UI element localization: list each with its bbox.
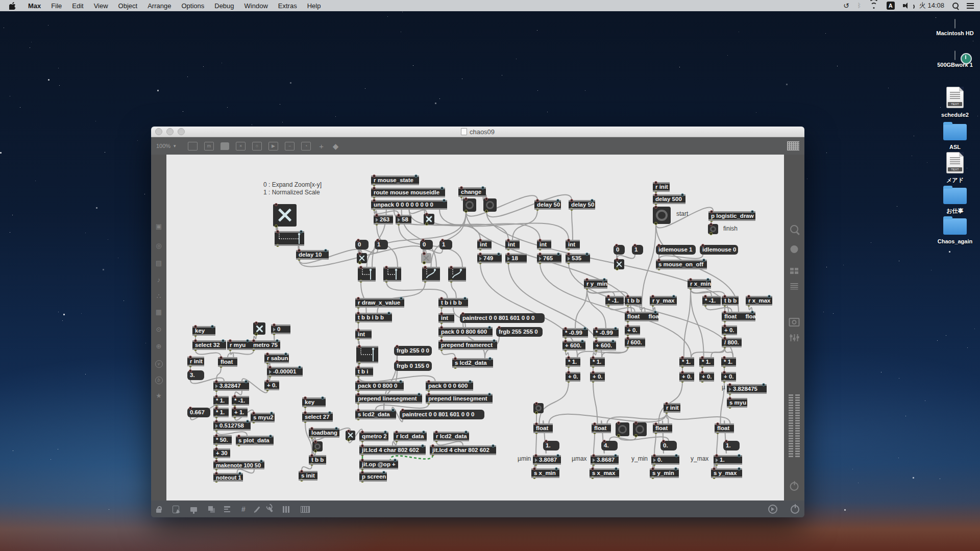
patch-cord[interactable] [658,382,682,423]
patch-message-m0b[interactable]: 0 [420,240,433,249]
patch-number-n3828[interactable]: 3.82847 [213,381,249,391]
patch-message-fr255[interactable]: frgb 255 0 0 [394,346,432,356]
patch-object-tb4[interactable]: t b i b b [438,298,468,308]
patch-object-d500[interactable]: delay 500 [653,194,685,204]
patch-object-flA[interactable]: float [533,423,553,433]
desktop-icon-asl[interactable]: ASL [933,124,977,151]
patch-object-pack00600[interactable]: pack 0 0 0 600 [426,381,473,391]
patch-object-mn1[interactable]: * -1. [232,396,249,406]
menu-options[interactable]: Options [176,2,209,10]
object-box-icon[interactable] [188,142,198,151]
star-icon[interactable]: ★ [151,392,166,399]
patch-object-jop[interactable]: jit.op @op + [359,460,398,469]
plug-icon[interactable]: ⊕ [151,342,166,350]
patch-cord[interactable] [536,433,536,455]
patch-message-m1i[interactable]: 1 [632,245,643,255]
patch-cord[interactable] [216,367,221,381]
patch-message-prB[interactable]: paintrect 0 0 801 601 0 0 0 [460,313,545,323]
patch-object-m1ya[interactable]: * 1. [566,357,580,367]
patch-object-intD[interactable]: int [355,330,372,339]
patch-object-d50b[interactable]: delay 50 [569,200,595,210]
patch-message-idl1[interactable]: idlemouse 1 [656,245,696,255]
playbar-icon[interactable]: ▶ [268,142,278,151]
patch-message-m3[interactable]: 3. [187,370,204,380]
paperclip-icon[interactable]: ⊙ [151,325,166,333]
patch-gate-gB2[interactable] [448,267,466,282]
lines-icon[interactable] [791,283,798,290]
patch-message-fr2552550[interactable]: frgb 255 255 0 [496,327,543,337]
grid-icon[interactable] [790,268,798,274]
patch-cord[interactable] [508,263,602,357]
patch-object-pLog[interactable]: p logistic_draw [708,211,755,221]
patch-number-n749[interactable]: 749 [477,254,502,263]
patch-object-p0ya[interactable]: + 0. [566,372,580,382]
patch-object-pScr[interactable]: p screen [359,472,387,482]
menu-max[interactable]: Max [23,2,46,10]
paint-bucket-icon[interactable]: ◆ [332,142,339,150]
menu-file[interactable]: File [46,2,67,10]
patch-message-m0667[interactable]: 0.667 [187,408,210,417]
menu-help[interactable]: Help [302,2,326,10]
patch-object-flC[interactable]: float [653,423,672,433]
patch-bang-bM1[interactable] [616,422,629,436]
patch-message-fr0155[interactable]: frgb 0 155 0 [394,361,432,371]
patch-number-n18[interactable]: 18 [505,254,527,263]
object-palette-icon[interactable] [787,141,799,151]
patch-number-nYmax[interactable]: 1. [714,455,742,465]
patch-object-fl1[interactable]: float [218,357,237,367]
patch-toggle-tgA[interactable] [357,253,367,263]
patch-object-rDraw[interactable]: r draw_x_value [355,298,404,308]
patch-cord[interactable] [302,465,312,471]
patch-object-mN99a[interactable]: * -0.99 [562,328,588,338]
patch-object-iB[interactable]: int [505,240,520,249]
message-box-icon[interactable]: m [204,142,214,151]
patch-object-iD[interactable]: int [566,240,580,249]
patch-object-d50a[interactable]: delay 50 [534,200,561,210]
patch-object-pack8000[interactable]: pack 0 0 800 0 [355,381,404,391]
patch-object-jl1[interactable]: jit.lcd 4 char 802 602 [359,445,426,455]
window-titlebar[interactable]: chaos09 [151,127,804,137]
patch-number-n765[interactable]: 765 [537,254,561,263]
menu-extras[interactable]: Extras [273,2,302,10]
patch-toggle-tglBig[interactable] [273,204,297,227]
patch-cord[interactable] [711,347,725,357]
patch-canvas[interactable]: 0 : Expand Zoom[x-y] 1 : Normalized Scal… [166,155,784,500]
patch-gate-gB1[interactable] [422,267,440,282]
patch-toggle-tgI[interactable] [614,259,624,269]
patch-bang-bLb[interactable] [312,441,323,452]
patch-object-pack800600[interactable]: pack 0 0 800 600 [438,327,493,337]
menu-debug[interactable]: Debug [209,2,239,10]
patch-object-m1b_[interactable]: * 1. [213,408,229,417]
patch-cord[interactable] [572,210,573,240]
patch-cord[interactable] [466,195,537,216]
patch-cord[interactable] [654,433,656,455]
patch-object-sPlot[interactable]: s plot_data [236,436,274,445]
patch-object-iA[interactable]: int [477,240,492,249]
patch-object-p0xc[interactable]: + 0. [721,372,736,382]
menu-edit[interactable]: Edit [67,2,88,10]
patch-object-jl2[interactable]: jit.lcd 4 char 802 602 [430,445,496,455]
patch-object-p0xa[interactable]: + 0. [679,372,694,382]
patch-object-qm[interactable]: qmetro 2 [359,432,388,441]
patch-message-m0a[interactable]: 0 [355,240,369,249]
apple-menu-icon[interactable] [9,2,16,10]
bang-icon[interactable]: ◎ [151,242,166,249]
patch-cord[interactable] [717,433,718,455]
patch-number-nNeg[interactable]: -0.00001 [267,367,303,377]
patch-object-key1[interactable]: key [192,326,215,336]
patch-object-key2[interactable]: key [302,397,326,407]
patch-object-pFrame[interactable]: prepend framerect [438,340,497,350]
patch-gate-gA1[interactable] [358,267,376,282]
bluetooth-icon[interactable]: ᛒ [857,2,861,9]
lock-icon[interactable] [156,509,161,513]
info-icon[interactable] [791,245,798,253]
patch-cord[interactable] [593,382,597,423]
patch-object-ms[interactable]: r mouse_state [371,176,419,185]
patch-object-div800[interactable]: / 800. [722,338,742,347]
patch-message-m0i[interactable]: 0 [614,245,625,255]
patch-number-n0m[interactable]: 0 [271,324,290,334]
patch-object-change[interactable]: change [458,187,486,197]
object-cube-icon[interactable]: ▣ [151,222,166,230]
patch-object-tbi[interactable]: t b i [355,367,373,377]
beap-icon[interactable]: b [151,375,166,384]
